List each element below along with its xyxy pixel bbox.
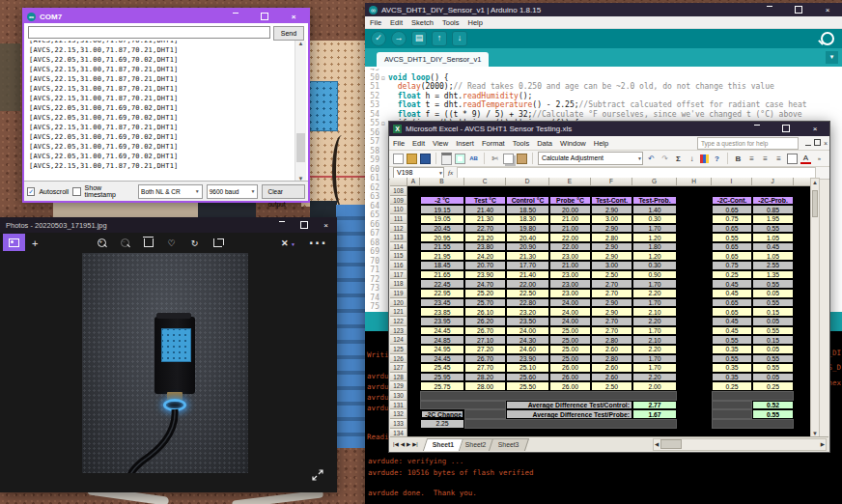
row-header-108[interactable]: 108	[390, 186, 407, 196]
cell[interactable]: 0.55	[712, 233, 752, 242]
cell[interactable]	[420, 391, 677, 401]
cell[interactable]: 0.90	[632, 270, 677, 280]
row-header-117[interactable]: 117	[390, 270, 407, 280]
cell[interactable]: 21.65	[420, 270, 464, 280]
cell[interactable]: 0.55	[752, 326, 794, 336]
scroll-up-icon[interactable]: ▲	[295, 41, 306, 46]
spelling-icon[interactable]: AB	[468, 154, 479, 164]
excel-maximize-button[interactable]	[772, 125, 800, 132]
cell[interactable]: 2.25	[420, 419, 464, 429]
cell[interactable]: 22.00	[549, 242, 591, 252]
cell[interactable]: 0.65	[712, 242, 752, 252]
ide-maximize-button[interactable]	[784, 6, 813, 14]
cell[interactable]: 2.90	[591, 224, 632, 234]
cell[interactable]: 3.00	[591, 261, 632, 270]
cell[interactable]: 0.55	[752, 279, 794, 289]
redo-icon[interactable]: ↷	[660, 154, 670, 164]
cell[interactable]: 24.00	[549, 307, 591, 317]
undo-icon[interactable]: ↶	[646, 154, 657, 164]
ide-minimize-button[interactable]	[755, 6, 784, 7]
cell[interactable]: 2.80	[591, 233, 632, 242]
cell[interactable]	[712, 401, 752, 410]
cell[interactable]: 21.00	[549, 224, 591, 234]
cell[interactable]: 2.50	[591, 381, 632, 391]
scroll-up-icon[interactable]: ▲	[811, 180, 819, 185]
cell[interactable]: 21.30	[464, 214, 506, 224]
cell[interactable]: 22.80	[506, 298, 549, 308]
cell[interactable]: 2.20	[632, 317, 677, 326]
cell[interactable]: 24.95	[420, 345, 464, 354]
cell[interactable]: 1.80	[632, 242, 677, 252]
ide-close-button[interactable]: ×	[813, 6, 842, 14]
row-header-109[interactable]: 109	[390, 196, 407, 206]
cell[interactable]: 2.10	[632, 307, 677, 317]
row-header-125[interactable]: 125	[390, 345, 407, 354]
photos-titlebar[interactable]: Photos - 20220503_171951.jpg ×	[0, 217, 337, 233]
row-header-120[interactable]: 120	[390, 298, 407, 308]
cell[interactable]	[464, 409, 506, 419]
cell[interactable]: 23.50	[506, 317, 549, 326]
row-header-114[interactable]: 114	[390, 242, 407, 252]
cell[interactable]: 0.35	[712, 373, 752, 382]
horizontal-scrollbar[interactable]: ◀ ▶	[653, 438, 827, 451]
cell[interactable]: 23.85	[420, 307, 464, 317]
cell[interactable]: 1.40	[632, 205, 677, 214]
serial-send-input[interactable]	[28, 26, 270, 39]
cell[interactable]: -2C-Cont.	[712, 196, 752, 206]
column-header-F[interactable]: F	[591, 178, 632, 186]
see-all-photos-button[interactable]	[3, 234, 25, 251]
save-sketch-button[interactable]: ↓	[452, 31, 467, 46]
cell[interactable]: 0.65	[712, 298, 752, 308]
cell[interactable]: 0.15	[752, 335, 794, 345]
serial-close-button[interactable]: ×	[279, 13, 308, 21]
cell[interactable]: 20.95	[420, 233, 464, 242]
favorite-button[interactable]: ♡	[166, 238, 177, 248]
column-header-C[interactable]: C	[464, 178, 506, 186]
excel-titlebar[interactable]: X Microsoft Excel - AVCS DHT1 Sensor Tes…	[389, 122, 829, 136]
row-header-133[interactable]: 133	[390, 419, 407, 429]
menu-help[interactable]: Help	[467, 18, 482, 27]
menu-tools[interactable]: Tools	[442, 18, 460, 27]
tab-menu-button[interactable]: ▼	[826, 51, 838, 64]
cell[interactable]: 24.60	[506, 345, 549, 354]
row-header-115[interactable]: 115	[390, 251, 407, 261]
cell[interactable]: 21.40	[506, 270, 549, 280]
new-icon[interactable]	[393, 154, 404, 164]
cell[interactable]: 2.00	[632, 381, 677, 391]
row-header-131[interactable]: 131	[390, 401, 407, 410]
cell[interactable]	[420, 401, 506, 410]
column-header-H[interactable]: H	[677, 178, 712, 186]
cell[interactable]: 26.00	[549, 363, 591, 373]
cell[interactable]: 24.45	[420, 326, 464, 336]
cell[interactable]: Test °C	[464, 196, 506, 206]
cell[interactable]: 2.90	[591, 242, 632, 252]
fold-marker-icon[interactable]: ⊟	[381, 119, 388, 128]
cell[interactable]: 2.90	[591, 251, 632, 261]
row-header-116[interactable]: 116	[390, 261, 407, 270]
cell[interactable]: 21.40	[464, 205, 506, 214]
line-ending-dropdown[interactable]: Both NL & CR ▼	[138, 184, 203, 199]
menu-format[interactable]: Format	[482, 139, 505, 148]
cell[interactable]: 18.30	[506, 214, 549, 224]
scrollbar-thumb[interactable]	[660, 439, 682, 449]
cell[interactable]: 2.70	[591, 317, 632, 326]
cell[interactable]: 18.50	[506, 205, 549, 214]
cell[interactable]: Average Difference Test/Control:	[506, 401, 632, 410]
cell[interactable]: 24.85	[420, 335, 464, 345]
cell[interactable]: 28.00	[464, 381, 506, 391]
add-to-button[interactable]: +	[32, 238, 38, 249]
row-header-121[interactable]: 121	[390, 307, 407, 317]
cell[interactable]: 2.60	[591, 345, 632, 354]
cell[interactable]: 0.65	[712, 307, 752, 317]
cell[interactable]: 1.67	[632, 409, 677, 419]
cell[interactable]: 25.00	[549, 345, 591, 354]
column-header-A[interactable]: A	[407, 178, 420, 186]
cell[interactable]: 25.50	[506, 381, 549, 391]
help-question-box[interactable]: Type a question for help	[697, 137, 799, 150]
timestamp-checkbox[interactable]	[72, 187, 80, 196]
cell[interactable]: 25.10	[506, 363, 549, 373]
cell[interactable]: 27.10	[464, 335, 506, 345]
photos-close-button[interactable]: ×	[315, 221, 337, 230]
column-header-J[interactable]: J	[752, 178, 794, 186]
cell[interactable]: 27.20	[464, 345, 506, 354]
